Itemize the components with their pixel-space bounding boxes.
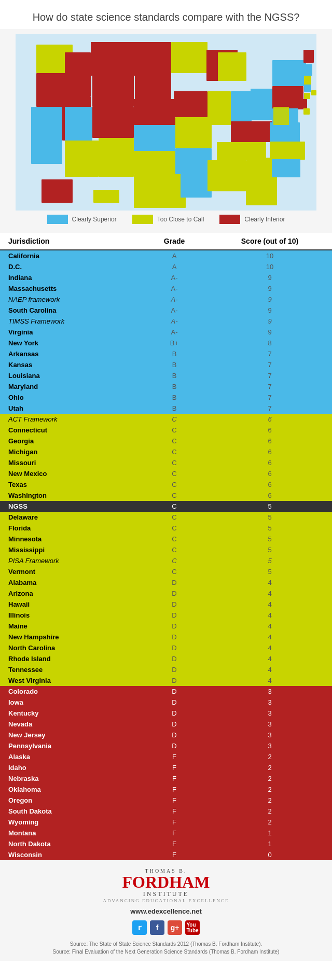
score-value: 9 xyxy=(216,296,324,303)
table-row: UtahB7 xyxy=(0,403,332,414)
state-ri xyxy=(311,90,316,95)
state-ia xyxy=(174,91,208,117)
state-sd xyxy=(135,71,171,99)
grade-value: C xyxy=(133,426,216,434)
grade-value: D xyxy=(133,590,216,597)
grade-value: F xyxy=(133,851,216,859)
grade-value: F xyxy=(133,775,216,782)
score-value: 5 xyxy=(216,535,324,543)
jurisdiction-name: Tennessee xyxy=(8,666,133,674)
score-value: 5 xyxy=(216,568,324,576)
jurisdiction-name: Michigan xyxy=(8,448,133,456)
table-row: VermontC5 xyxy=(0,566,332,577)
grade-value: F xyxy=(133,796,216,804)
jurisdiction-name: Maine xyxy=(8,622,133,630)
score-value: 2 xyxy=(216,796,324,804)
jurisdiction-name: New York xyxy=(8,339,133,347)
score-value: 2 xyxy=(216,764,324,772)
table-row: South DakotaF2 xyxy=(0,806,332,817)
grade-value: F xyxy=(133,807,216,815)
grade-value: A xyxy=(133,252,216,260)
score-value: 4 xyxy=(216,600,324,608)
state-nm xyxy=(99,138,134,177)
data-table: Jurisdiction Grade Score (out of 10) Cal… xyxy=(0,233,332,860)
grade-value: D xyxy=(133,677,216,684)
grade-value: D xyxy=(133,600,216,608)
grade-value: B xyxy=(133,372,216,380)
score-value: 3 xyxy=(216,742,324,750)
table-row: IowaD3 xyxy=(0,697,332,708)
table-row: West VirginiaD4 xyxy=(0,675,332,686)
state-ca xyxy=(31,107,62,164)
state-nj xyxy=(300,99,307,108)
score-value: 2 xyxy=(216,775,324,782)
grade-value: C xyxy=(133,557,216,565)
fordham-main-text: FORDHAM xyxy=(122,874,210,890)
grade-value: C xyxy=(133,448,216,456)
jurisdiction-name: Kansas xyxy=(8,361,133,369)
score-value: 2 xyxy=(216,786,324,793)
state-ne xyxy=(134,99,175,125)
jurisdiction-name: New Hampshire xyxy=(8,633,133,641)
col-jurisdiction: Jurisdiction xyxy=(8,237,133,245)
jurisdiction-name: Oregon xyxy=(8,796,133,804)
grade-value: D xyxy=(133,633,216,641)
grade-value: A- xyxy=(133,306,216,314)
grade-value: D xyxy=(133,611,216,619)
source-2: Source: Final Evaluation of the Next Gen… xyxy=(53,948,280,956)
table-row: MaineD4 xyxy=(0,621,332,632)
jurisdiction-name: Connecticut xyxy=(8,426,133,434)
jurisdiction-name: West Virginia xyxy=(8,677,133,684)
table-row: AlaskaF2 xyxy=(0,751,332,762)
table-header-row: Jurisdiction Grade Score (out of 10) xyxy=(0,233,332,250)
score-value: 5 xyxy=(216,557,324,565)
state-nd xyxy=(135,42,171,71)
state-ct xyxy=(304,93,310,99)
youtube-icon[interactable]: YouTube xyxy=(185,920,200,935)
table-row: New HampshireD4 xyxy=(0,632,332,642)
jurisdiction-name: Hawaii xyxy=(8,600,133,608)
grade-value: A- xyxy=(133,317,216,325)
twitter-icon[interactable]: 𝕣 xyxy=(132,920,147,935)
state-oh xyxy=(251,89,274,120)
state-ny xyxy=(272,60,306,86)
state-va xyxy=(270,122,300,142)
jurisdiction-name: Iowa xyxy=(8,698,133,706)
facebook-icon[interactable]: f xyxy=(150,920,164,935)
table-row: New JerseyD3 xyxy=(0,730,332,740)
table-row: PennsylvaniaD3 xyxy=(0,740,332,751)
table-row: TIMSS FrameworkA-9 xyxy=(0,316,332,327)
jurisdiction-name: Idaho xyxy=(8,764,133,772)
grade-value: C xyxy=(133,502,216,510)
fordham-url[interactable]: www.edexcellence.net xyxy=(130,907,202,915)
jurisdiction-name: New Mexico xyxy=(8,470,133,478)
grade-value: F xyxy=(133,753,216,761)
jurisdiction-name: ACT Framework xyxy=(8,415,133,423)
score-value: 10 xyxy=(216,252,324,260)
grade-value: F xyxy=(133,818,216,826)
state-sc xyxy=(272,159,300,177)
table-row: ConnecticutC6 xyxy=(0,425,332,436)
social-icons-group: 𝕣 f g+ YouTube xyxy=(132,920,200,935)
table-row: ArizonaD4 xyxy=(0,588,332,599)
legend-color-inferior xyxy=(219,215,240,224)
map-svg xyxy=(16,34,316,211)
state-vt xyxy=(304,76,311,85)
jurisdiction-name: Wyoming xyxy=(8,818,133,826)
jurisdiction-name: Wisconsin xyxy=(8,851,133,859)
grade-value: C xyxy=(133,492,216,499)
jurisdiction-name: Vermont xyxy=(8,568,133,576)
google-plus-icon[interactable]: g+ xyxy=(168,920,182,935)
legend-item-inferior: Clearly Inferior xyxy=(219,215,285,224)
jurisdiction-name: Florida xyxy=(8,524,133,532)
score-value: 5 xyxy=(216,546,324,554)
table-row: NGSSC5 xyxy=(0,501,332,512)
table-row: New YorkB+8 xyxy=(0,338,332,348)
state-wy xyxy=(92,76,134,107)
jurisdiction-name: Delaware xyxy=(8,513,133,521)
jurisdiction-name: Alabama xyxy=(8,579,133,586)
score-value: 7 xyxy=(216,350,324,358)
footer-sources: Source: The State of State Science Stand… xyxy=(53,940,280,956)
jurisdiction-name: Illinois xyxy=(8,611,133,619)
table-row: ColoradoD3 xyxy=(0,686,332,697)
